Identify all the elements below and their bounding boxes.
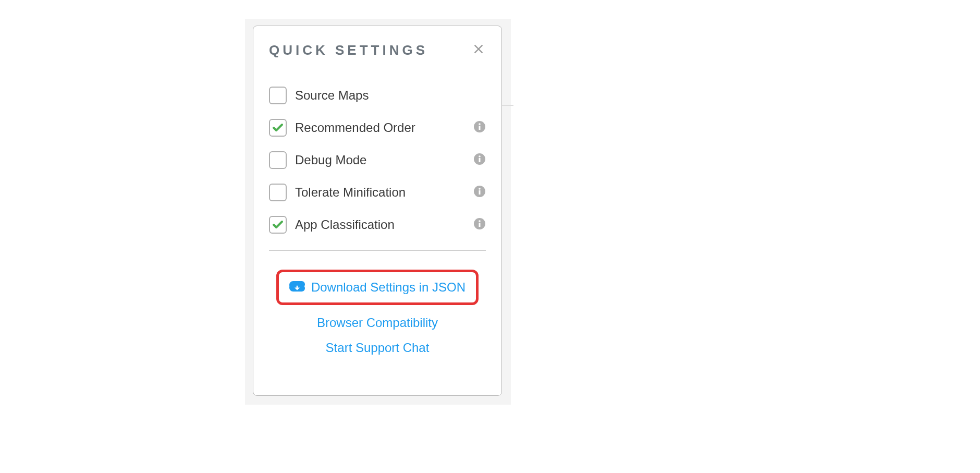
info-icon[interactable] [473,153,486,167]
browser-compatibility-link[interactable]: Browser Compatibility [317,316,438,330]
svg-rect-10 [479,223,481,227]
checkbox-app-classification[interactable] [269,216,287,234]
info-icon[interactable] [473,120,486,135]
quick-settings-panel: QUICK SETTINGS Source Maps Recommended O… [253,26,502,396]
panel-title: QUICK SETTINGS [269,42,428,58]
start-support-chat-link[interactable]: Start Support Chat [326,341,430,355]
cloud-download-icon [289,278,305,296]
svg-rect-7 [479,190,481,195]
setting-source-maps: Source Maps [269,79,486,112]
download-settings-link-highlighted: Download Settings in JSON [276,270,479,305]
link-download-row: Download Settings in JSON [269,264,486,310]
checkbox-source-maps[interactable] [269,87,287,104]
setting-label: Recommended Order [295,120,465,135]
panel-header: QUICK SETTINGS [269,42,486,58]
close-icon[interactable] [471,42,486,58]
svg-point-8 [479,188,481,190]
setting-label: Source Maps [295,88,486,103]
svg-point-2 [479,123,481,125]
checkbox-recommended-order[interactable] [269,119,287,137]
setting-tolerate-minification: Tolerate Minification [269,176,486,209]
divider [269,250,486,251]
setting-recommended-order: Recommended Order [269,112,486,144]
checkbox-debug-mode[interactable] [269,151,287,169]
svg-point-11 [479,220,481,222]
info-icon[interactable] [473,185,486,200]
checkbox-tolerate-minification[interactable] [269,184,287,201]
setting-label: Tolerate Minification [295,185,465,200]
setting-debug-mode: Debug Mode [269,144,486,176]
info-icon[interactable] [473,217,486,232]
setting-label: App Classification [295,217,465,232]
svg-rect-4 [479,158,481,162]
svg-rect-1 [479,126,481,130]
setting-app-classification: App Classification [269,209,486,241]
setting-label: Debug Mode [295,153,465,167]
svg-point-5 [479,155,481,157]
link-compat-row: Browser Compatibility [269,310,486,335]
download-settings-link[interactable]: Download Settings in JSON [311,280,466,295]
link-support-row: Start Support Chat [269,335,486,360]
